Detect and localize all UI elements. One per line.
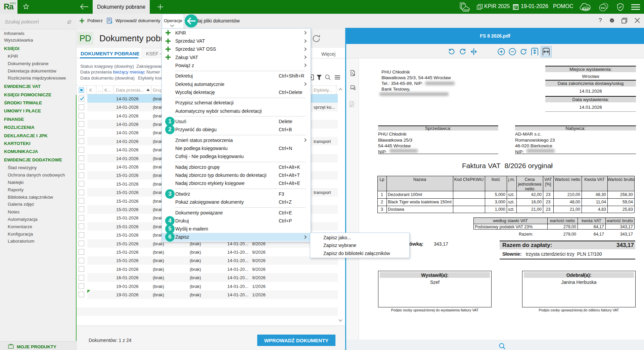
svg-text:KSeF: KSeF (583, 7, 589, 10)
svg-text:KSeF: KSeF (464, 9, 469, 11)
svg-text:Ins: Ins (601, 6, 605, 9)
svg-text:1: 1 (478, 6, 480, 9)
